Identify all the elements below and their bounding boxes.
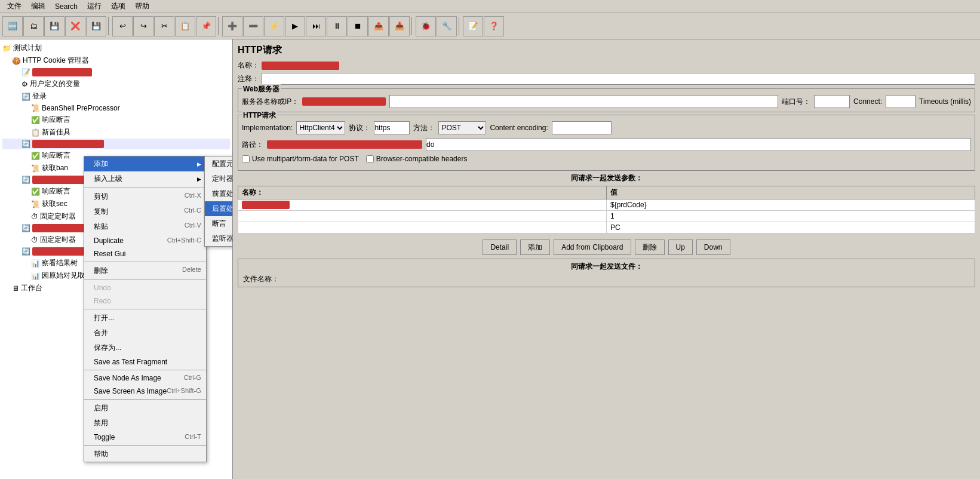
impl-select[interactable]: HttpClient4 <box>296 121 345 134</box>
ctx-saveas[interactable]: 保存为... <box>84 340 206 355</box>
encoding-input[interactable] <box>552 121 612 134</box>
toolbar-save2[interactable]: 💾 <box>86 16 106 36</box>
toolbar-upload[interactable]: 📤 <box>368 16 389 36</box>
ctx-sep4 <box>84 309 206 309</box>
ctx-undo[interactable]: Undo <box>84 281 206 294</box>
multipart-checkbox[interactable] <box>242 155 250 163</box>
table-row: 1 <box>238 211 975 222</box>
toolbar-download[interactable]: 📥 <box>389 16 410 36</box>
tree-label: 获取sec <box>42 199 67 209</box>
toolbar-list[interactable]: 📝 <box>463 16 483 36</box>
ctx-cut[interactable]: 剪切 Ctrl-X <box>84 189 206 204</box>
toolbar-revert[interactable]: ❌ <box>65 16 85 36</box>
toolbar-redo[interactable]: ↪ <box>133 16 153 36</box>
toolbar-open[interactable]: 🗂 <box>23 16 44 36</box>
sub-preprocessor[interactable]: 前置处理器 ▶ <box>205 186 233 201</box>
ctx-merge[interactable]: 合并 <box>84 326 206 340</box>
submenu-arrow: ▶ <box>197 161 201 167</box>
comment-input[interactable] <box>262 73 975 85</box>
tree-item-assert1[interactable]: ✅ 响应断言 <box>2 113 230 126</box>
delete-button[interactable]: 删除 <box>635 240 665 255</box>
toolbar-save[interactable]: 💾 <box>44 16 64 36</box>
tree-item-uservars[interactable]: ⚙ 用户定义的变量 <box>2 78 230 90</box>
sub-postprocessor[interactable]: 后置处理器 ▶ <box>205 201 233 216</box>
tree-item-redacted1[interactable]: 📝 <box>2 67 230 78</box>
comment-row: 注释： <box>238 73 975 85</box>
ctx-add[interactable]: 添加 ▶ <box>84 156 206 171</box>
table-row: PC <box>238 222 975 234</box>
toolbar-stop[interactable]: ⏹ <box>348 16 368 36</box>
toolbar-new[interactable]: 🆕 <box>2 16 23 36</box>
browser-compat-label[interactable]: Browser-compatible headers <box>366 155 468 163</box>
tree-item-beanshell[interactable]: 📜 BeanShell PreProcessor <box>2 103 230 113</box>
ctx-resetgui[interactable]: Reset Gui <box>84 247 206 260</box>
toolbar-copy[interactable]: 📋 <box>175 16 195 36</box>
connect-input[interactable] <box>886 95 916 108</box>
sub-assertion[interactable]: 断言 ▶ <box>205 216 233 231</box>
menu-help[interactable]: 帮助 <box>130 0 154 13</box>
tree-label: 响应断言 <box>42 151 70 161</box>
toolbar-cut[interactable]: ✂ <box>154 16 174 36</box>
toolbar-debug[interactable]: 🐞 <box>416 16 436 36</box>
toolbar-remote[interactable]: ⚡ <box>264 16 284 36</box>
add-from-clipboard-button[interactable]: Add from Clipboard <box>554 240 631 255</box>
method-select[interactable]: POST <box>438 121 486 134</box>
toolbar-pause[interactable]: ⏸ <box>327 16 347 36</box>
httpreq-row1: Implementation: HttpClient4 协议： 方法： POST… <box>242 121 971 134</box>
menu-file[interactable]: 文件 <box>2 0 26 13</box>
ctx-insertparent[interactable]: 插入上级 ▶ <box>84 171 206 186</box>
toolbar-settings[interactable]: 🔧 <box>437 16 457 36</box>
ctx-sep7 <box>84 445 206 446</box>
ctx-copy[interactable]: 复制 Ctrl-C <box>84 204 206 219</box>
up-button[interactable]: Up <box>668 240 693 255</box>
add-button[interactable]: 添加 <box>520 240 550 255</box>
toolbar-expand[interactable]: ➕ <box>222 16 242 36</box>
port-input[interactable] <box>814 95 850 108</box>
tree-panel: 📁 测试计划 🍪 HTTP Cookie 管理器 📝 ⚙ 用户定义的变量 🔄 登… <box>0 39 233 479</box>
tree-item-viewer1[interactable]: 📋 新首佳具 <box>2 126 230 139</box>
protocol-input[interactable] <box>374 121 410 134</box>
tree-item-cookie[interactable]: 🍪 HTTP Cookie 管理器 <box>2 54 230 67</box>
ctx-delete[interactable]: 删除 Delete <box>84 263 206 278</box>
tree-icon: 🔄 <box>21 140 30 148</box>
toolbar-sep3 <box>411 17 414 35</box>
sub-listener[interactable]: 监听器 ▶ <box>205 231 233 246</box>
ctx-duplicate[interactable]: Duplicate Ctrl+Shift-C <box>84 234 206 247</box>
toolbar-help[interactable]: ❓ <box>484 16 504 36</box>
tree-item-redacted2[interactable]: 🔄 <box>2 139 230 149</box>
sub-config[interactable]: 配置元件 ▶ <box>205 156 233 171</box>
down-button[interactable]: Down <box>696 240 730 255</box>
toolbar-collapse[interactable]: ➖ <box>243 16 263 36</box>
tree-item-login[interactable]: 🔄 登录 <box>2 90 230 103</box>
detail-button[interactable]: Detail <box>483 240 517 255</box>
ctx-open[interactable]: 打开... <box>84 311 206 326</box>
ctx-savenodeimage[interactable]: Save Node As Image Ctrl-G <box>84 371 206 385</box>
tree-item-testplan[interactable]: 📁 测试计划 <box>2 42 230 54</box>
toolbar-undo[interactable]: ↩ <box>112 16 133 36</box>
context-menu: 添加 ▶ 插入上级 ▶ 剪切 Ctrl-X 复制 Ctrl-C 粘贴 Ctrl-… <box>84 156 207 462</box>
path-input[interactable] <box>426 138 971 151</box>
ctx-savefragment[interactable]: Save as Test Fragment <box>84 355 206 369</box>
toolbar-paste[interactable]: 📌 <box>196 16 216 36</box>
table-row: ${prdCode} <box>238 199 975 211</box>
menu-search[interactable]: Search <box>50 1 82 12</box>
toolbar-run[interactable]: ▶ <box>285 16 305 36</box>
menu-run[interactable]: 运行 <box>82 0 106 13</box>
ctx-redo[interactable]: Redo <box>84 294 206 308</box>
menu-edit[interactable]: 编辑 <box>26 0 50 13</box>
toolbar-sep1 <box>108 17 110 35</box>
multipart-label[interactable]: Use multipart/form-data for POST <box>242 155 359 163</box>
ctx-disable[interactable]: 禁用 <box>84 416 206 431</box>
ctx-savescreenimage[interactable]: Save Screen As Image Ctrl+Shift-G <box>84 385 206 398</box>
ctx-enable[interactable]: 启用 <box>84 401 206 416</box>
ctx-toggle[interactable]: Toggle Ctrl-T <box>84 431 206 444</box>
menubar: 文件 编辑 Search 运行 选项 帮助 <box>0 0 980 13</box>
browser-compat-checkbox[interactable] <box>366 155 374 163</box>
toolbar-run-thread[interactable]: ⏭ <box>306 16 326 36</box>
ctx-help[interactable]: 帮助 <box>84 447 206 462</box>
sub-timer[interactable]: 定时器 ▶ <box>205 171 233 186</box>
ctx-paste[interactable]: 粘贴 Ctrl-V <box>84 219 206 234</box>
name-label: 名称： <box>238 60 259 70</box>
menu-options[interactable]: 选项 <box>106 0 130 13</box>
server-input[interactable] <box>389 95 778 108</box>
